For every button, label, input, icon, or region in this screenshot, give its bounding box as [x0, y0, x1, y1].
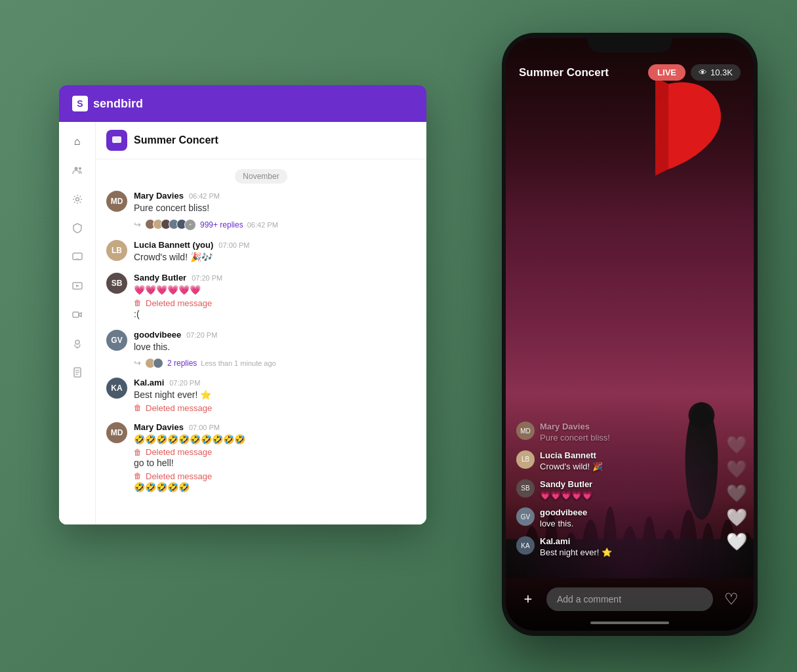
- heart-button[interactable]: ♡: [720, 587, 743, 611]
- sidebar-item-media[interactable]: [66, 274, 89, 298]
- mobile-comment-text: Mary Davies Pure concert bliss!: [540, 422, 610, 444]
- sidebar: ⌂: [59, 122, 96, 524]
- reply-avatars: +: [145, 219, 196, 231]
- message-sender: Lucia Bannett (you): [134, 240, 213, 250]
- message-sender: Kal.ami: [134, 378, 164, 387]
- replies-row[interactable]: ↪ 2 replies Less than 1 minute ago: [134, 358, 416, 368]
- heart-icon: 🩶: [726, 483, 747, 504]
- deleted-label: Deleted message: [146, 471, 212, 481]
- deleted-message: 🗑 Deleted message: [134, 403, 416, 413]
- mobile-comments: MD Mary Davies Pure concert bliss! LB Lu…: [506, 415, 714, 565]
- message-item: LB Lucia Bannett (you) 07:00 PM Crowd's …: [106, 240, 416, 264]
- message-sender: goodvibeee: [134, 330, 181, 340]
- mobile-avatar: LB: [516, 450, 535, 469]
- mobile-title: Summer Concert: [519, 66, 648, 79]
- channel-icon: [106, 130, 127, 151]
- svg-marker-5: [76, 285, 79, 287]
- heart-icon: 🤍: [726, 507, 747, 528]
- mobile-header: Summer Concert LIVE 👁 10.3K: [506, 58, 754, 87]
- avatar: GV: [106, 330, 127, 351]
- sidebar-item-podcast[interactable]: [66, 332, 89, 355]
- message-sender: Sandy Butler: [134, 273, 186, 283]
- delete-icon: 🗑: [134, 448, 142, 457]
- message-content: goodvibeee 07:20 PM love this. ↪ 2 repli…: [134, 330, 416, 368]
- message-meta: Lucia Bannett (you) 07:00 PM: [134, 240, 416, 250]
- deleted-message: 🗑 Deleted message: [134, 298, 416, 308]
- message-content: Kal.ami 07:20 PM Best night ever! ⭐ 🗑 De…: [134, 378, 416, 413]
- mobile-comment-text: Sandy Butler 💗💗💗💗💗: [540, 479, 592, 502]
- sidebar-item-home[interactable]: ⌂: [66, 130, 89, 153]
- comment-sender: Sandy Butler: [540, 479, 592, 490]
- mobile-phone: Summer Concert LIVE 👁 10.3K MD Mary Davi…: [502, 33, 758, 636]
- sidebar-item-settings[interactable]: [66, 188, 89, 211]
- avatar: MD: [106, 191, 127, 212]
- message-item: MD Mary Davies 07:00 PM 🤣🤣🤣🤣🤣🤣🤣🤣🤣🤣 🗑 Del…: [106, 422, 416, 494]
- message-meta: goodvibeee 07:20 PM: [134, 330, 416, 340]
- avatar: KA: [106, 378, 127, 399]
- reply-avatars: [145, 358, 163, 368]
- sendbird-logo: S sendbird: [72, 96, 143, 111]
- reply-time: 06:42 PM: [247, 221, 278, 229]
- avatar: MD: [106, 422, 127, 443]
- deleted-label: Deleted message: [146, 298, 212, 308]
- mobile-comment-text: Kal.ami Best night ever! ⭐: [540, 536, 612, 559]
- delete-icon: 🗑: [134, 471, 142, 481]
- mobile-comment-text: Lucia Bannett Crowd's wild! 🎉: [540, 450, 603, 473]
- hearts-sidebar: 🩶 🩶 🩶 🤍 🤍: [726, 435, 747, 552]
- sidebar-item-moderation[interactable]: [66, 216, 89, 240]
- comment-sender: Kal.ami: [540, 536, 612, 547]
- message-item: SB Sandy Butler 07:20 PM 💗💗💗💗💗💗 🗑 Delete…: [106, 273, 416, 321]
- comment-sender: Lucia Bannett: [540, 450, 603, 462]
- sidebar-item-docs[interactable]: [66, 361, 89, 384]
- mobile-avatar: MD: [516, 422, 535, 440]
- mobile-avatar: KA: [516, 536, 535, 555]
- sendbird-logo-icon: S: [72, 96, 88, 111]
- message-meta: Kal.ami 07:20 PM: [134, 378, 416, 387]
- comment-input[interactable]: Add a comment: [546, 587, 713, 611]
- message-time: 07:20 PM: [169, 379, 200, 387]
- deleted-message: 🗑 Deleted message: [134, 471, 416, 481]
- message-text: 🤣🤣🤣🤣🤣: [134, 481, 416, 494]
- mobile-comment: MD Mary Davies Pure concert bliss!: [516, 422, 704, 444]
- comment-sender: Mary Davies: [540, 422, 610, 433]
- delete-icon: 🗑: [134, 403, 142, 412]
- message-text: Pure concert bliss!: [134, 202, 416, 215]
- reply-avatar-more: +: [184, 219, 196, 231]
- message-sender: Mary Davies: [134, 191, 184, 201]
- chat-panel: Summer Concert November MD Mary Davies 0…: [96, 122, 426, 524]
- avatar: LB: [106, 240, 127, 261]
- message-content: Mary Davies 06:42 PM Pure concert bliss!…: [134, 191, 416, 231]
- mobile-comment-text: goodvibeee love this.: [540, 507, 587, 530]
- message-sender: Mary Davies: [134, 422, 184, 432]
- channel-name: Summer Concert: [134, 134, 218, 146]
- desktop-header: S sendbird: [59, 85, 426, 122]
- viewer-number: 10.3K: [710, 68, 733, 77]
- live-badge: LIVE: [648, 64, 685, 81]
- heart-icon: 🩶: [726, 459, 747, 479]
- sidebar-item-users[interactable]: [66, 159, 89, 182]
- message-item: GV goodvibeee 07:20 PM love this. ↪: [106, 330, 416, 368]
- message-text: :(: [134, 308, 416, 321]
- brand-name: sendbird: [93, 97, 143, 111]
- svg-point-0: [74, 167, 77, 170]
- add-button[interactable]: +: [516, 587, 540, 611]
- phone-home-indicator: [590, 622, 669, 624]
- svg-point-1: [79, 167, 81, 170]
- avatar: SB: [106, 273, 127, 294]
- message-time: 07:20 PM: [186, 331, 217, 339]
- mobile-comment: GV goodvibeee love this.: [516, 507, 704, 530]
- message-meta: Mary Davies 06:42 PM: [134, 191, 416, 201]
- sidebar-item-video[interactable]: [66, 303, 89, 326]
- replies-row[interactable]: ↪ + 999+ replies 06:42 PM: [134, 219, 416, 231]
- desktop-body: ⌂: [59, 122, 426, 524]
- sidebar-item-messages[interactable]: [66, 245, 89, 269]
- reply-avatar: [153, 358, 163, 368]
- deleted-label: Deleted message: [146, 403, 212, 413]
- reply-time: Less than 1 minute ago: [201, 359, 276, 367]
- reply-icon: ↪: [134, 220, 141, 229]
- delete-icon: 🗑: [134, 298, 142, 307]
- comment-sender: goodvibeee: [540, 507, 587, 519]
- reply-count: 999+ replies: [200, 220, 243, 229]
- mobile-comment: SB Sandy Butler 💗💗💗💗💗: [516, 479, 704, 502]
- heart-icon: 🩶: [726, 435, 747, 455]
